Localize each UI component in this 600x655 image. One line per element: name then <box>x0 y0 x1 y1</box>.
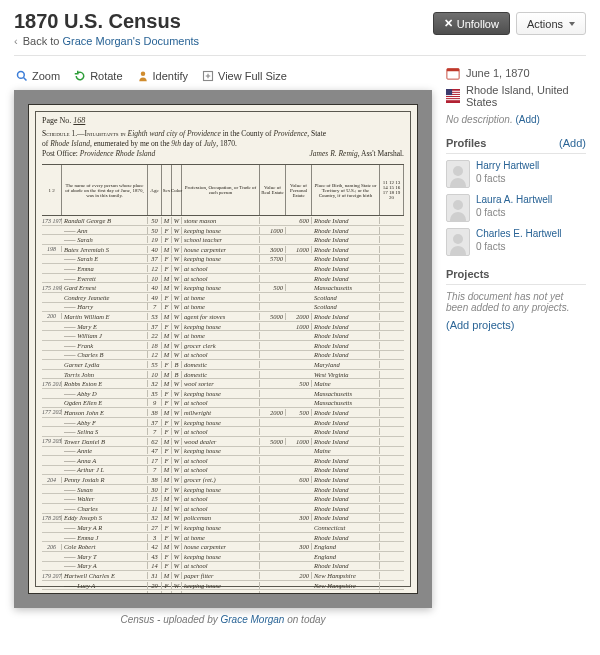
svg-point-15 <box>453 234 463 244</box>
census-column-headers: 1 2 The name of every person whose place… <box>42 164 404 216</box>
census-row: 206Cole Robert42MWhouse carpenter300Engl… <box>42 542 404 552</box>
census-row: —— Arthur J L7MWat schoolRhode Island <box>42 466 404 476</box>
profile-facts: 0 facts <box>476 241 505 252</box>
census-row: —— Emma J3FWat homeRhode Island <box>42 533 404 543</box>
chevron-down-icon <box>569 22 575 26</box>
projects-empty-text: This document has not yet been added to … <box>446 291 586 313</box>
svg-point-13 <box>453 166 463 176</box>
census-row: —— Frank18MWgrocer clerkRhode Island <box>42 341 404 351</box>
census-row: Garner Lydia55FBdomesticMaryland <box>42 360 404 370</box>
profile-facts: 0 facts <box>476 207 505 218</box>
census-row: —— Abby D35FWkeeping houseMassachusetts <box>42 389 404 399</box>
census-row: 176 201Robbs Eston E32MWwool sorter500Ma… <box>42 379 404 389</box>
divider <box>14 55 586 56</box>
census-row: —— Harry2MWat homeRhode Island <box>42 590 404 594</box>
fullsize-tool[interactable]: View Full Size <box>202 70 287 82</box>
svg-point-0 <box>18 72 25 79</box>
zoom-icon <box>16 70 28 82</box>
census-row: Torris John10MBdomesticWest Virginia <box>42 370 404 380</box>
svg-rect-10 <box>446 97 460 98</box>
census-row: —— Charles B12MWat schoolRhode Island <box>42 351 404 361</box>
add-profile-link[interactable]: (Add) <box>559 137 586 149</box>
rotate-icon <box>74 70 86 82</box>
svg-point-2 <box>140 72 145 77</box>
zoom-tool[interactable]: Zoom <box>16 70 60 82</box>
page-title: 1870 U.S. Census <box>14 10 199 33</box>
svg-line-1 <box>24 78 27 81</box>
census-row: —— Charles11MWat schoolRhode Island <box>42 504 404 514</box>
avatar <box>446 160 470 188</box>
chevron-left-icon: ‹ <box>14 35 18 47</box>
profile-link[interactable]: Harry Hartwell <box>476 160 539 171</box>
census-row: —— Annie47FWkeeping houseMaine <box>42 447 404 457</box>
back-link[interactable]: Grace Morgan's Documents <box>62 35 199 47</box>
census-row: —— Mary A R27FWkeeping houseConnecticut <box>42 523 404 533</box>
census-row: —— Susan30FWkeeping houseRhode Island <box>42 485 404 495</box>
census-row: 179 207Hartwell Charles E31MWpaper fitte… <box>42 571 404 581</box>
svg-rect-11 <box>446 99 460 100</box>
unfollow-button[interactable]: ✕ Unfollow <box>433 12 510 35</box>
census-row: —— Selina S7FWat schoolRhode Island <box>42 427 404 437</box>
avatar <box>446 228 470 256</box>
census-page-image: Page No. 168 Schedule 1.—Inhabitants in … <box>28 104 418 594</box>
census-row: —— Mary E37FWkeeping house1000Rhode Isla… <box>42 322 404 332</box>
census-row: —— Ann50FWkeeping house1000Rhode Island <box>42 226 404 236</box>
expand-icon <box>202 70 214 82</box>
calendar-icon <box>446 66 460 80</box>
census-row: —— William J22MWat homeRhode Island <box>42 331 404 341</box>
svg-rect-12 <box>446 89 452 95</box>
census-row: Condrey Jeanette49FWat homeScotland <box>42 293 404 303</box>
document-caption: Census - uploaded by Grace Morgan on tod… <box>14 614 432 625</box>
no-description-text: No description. <box>446 114 513 125</box>
census-row: —— Emma12FWat schoolRhode Island <box>42 264 404 274</box>
add-description-link[interactable]: (Add) <box>515 114 539 125</box>
census-row: —— Sarah E37FWkeeping house5700Rhode Isl… <box>42 255 404 265</box>
profile-link[interactable]: Charles E. Hartwell <box>476 228 562 239</box>
profiles-heading: Profiles <box>446 137 486 149</box>
census-rows: 173 197Randall George B50MWstone mason60… <box>42 216 404 594</box>
x-icon: ✕ <box>444 17 453 30</box>
census-row: 179 203Tower Daniel B62MWwood dealer5000… <box>42 437 404 447</box>
actions-button[interactable]: Actions <box>516 12 586 35</box>
document-date: June 1, 1870 <box>466 67 530 79</box>
flag-icon <box>446 89 460 103</box>
svg-rect-5 <box>447 69 459 72</box>
profile-item: Harry Hartwell0 facts <box>446 160 586 188</box>
avatar <box>446 194 470 222</box>
document-place: Rhode Island, United States <box>466 84 586 108</box>
census-row: —— Abby F37FWkeeping houseRhode Island <box>42 418 404 428</box>
census-row: —— Mary A14FWat schoolRhode Island <box>42 562 404 572</box>
census-row: —— Sarah19FWschool teacherRhode Island <box>42 235 404 245</box>
census-row: —— Anna A17FWat schoolRhode Island <box>42 456 404 466</box>
census-row: 173 197Randall George B50MWstone mason60… <box>42 216 404 226</box>
profile-link[interactable]: Laura A. Hartwell <box>476 194 552 205</box>
identify-icon <box>137 70 149 82</box>
document-viewer[interactable]: Page No. 168 Schedule 1.—Inhabitants in … <box>14 90 432 608</box>
census-row: 204Penny Josiah R38MWgrocer (ret.)600Rho… <box>42 475 404 485</box>
profile-facts: 0 facts <box>476 173 505 184</box>
census-row: —— Harry7FWat homeScotland <box>42 303 404 313</box>
census-row: —— Lucy A29FWkeeping houseNew Hampshire <box>42 581 404 591</box>
profile-item: Charles E. Hartwell0 facts <box>446 228 586 256</box>
uploader-link[interactable]: Grace Morgan <box>221 614 285 625</box>
svg-point-14 <box>453 200 463 210</box>
census-row: 175 199Gard Ernest40MWkeeping house500Ma… <box>42 283 404 293</box>
census-row: —— Mary T43FWkeeping houseEngland <box>42 552 404 562</box>
rotate-tool[interactable]: Rotate <box>74 70 122 82</box>
identify-tool[interactable]: Identify <box>137 70 188 82</box>
census-row: Ogden Ellen E9FWat schoolMassachusetts <box>42 399 404 409</box>
census-row: 177 202Hanson John E38MWmillwright200050… <box>42 408 404 418</box>
census-row: —— Walter15MWat schoolRhode Island <box>42 494 404 504</box>
projects-heading: Projects <box>446 268 586 285</box>
census-row: 200Martin William E53MWagent for stoves5… <box>42 312 404 322</box>
profile-item: Laura A. Hartwell0 facts <box>446 194 586 222</box>
census-row: 198Bates Jeremiah S40MWhouse carpenter30… <box>42 245 404 255</box>
add-projects-link[interactable]: (Add projects) <box>446 319 514 331</box>
image-toolbar: Zoom Rotate Identify <box>14 66 432 90</box>
census-row: 178 205Eddy Joseph S32MWpoliceman300Rhod… <box>42 514 404 524</box>
breadcrumb: ‹ Back to Grace Morgan's Documents <box>14 35 199 47</box>
census-row: —— Everett10MWat schoolRhode Island <box>42 274 404 284</box>
